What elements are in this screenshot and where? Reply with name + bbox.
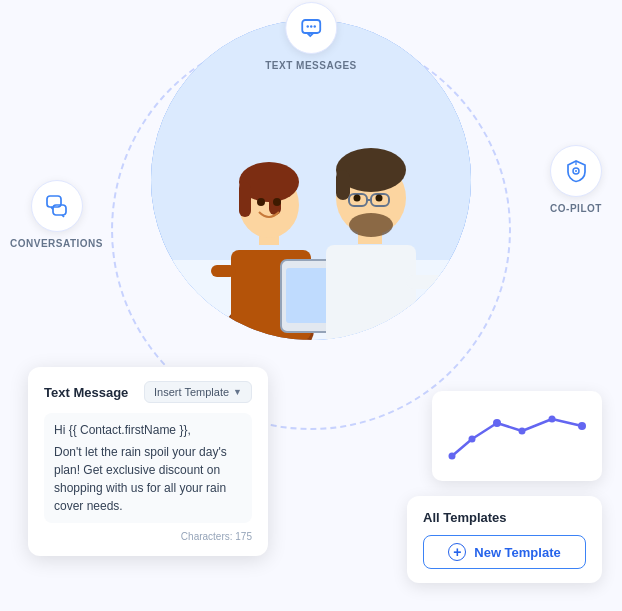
copilot-label: CO-PILOT — [550, 203, 602, 214]
conversations-label: CONVERSATIONS — [10, 238, 103, 249]
svg-rect-13 — [286, 268, 331, 323]
svg-rect-14 — [326, 245, 416, 340]
chat-bubble-icon — [299, 16, 323, 40]
copilot-bubble — [550, 145, 602, 197]
dropdown-arrow-icon: ▼ — [233, 387, 242, 397]
sms-body-line2: Don't let the rain spoil your day's plan… — [54, 443, 242, 515]
svg-rect-7 — [239, 182, 251, 217]
text-messages-label: TEXT MESSAGES — [265, 60, 357, 71]
templates-card: All Templates + New Template — [407, 496, 602, 583]
sms-body-line1: Hi {{ Contact.firstName }}, — [54, 421, 242, 439]
new-template-button[interactable]: + New Template — [423, 535, 586, 569]
svg-point-9 — [257, 198, 265, 206]
sms-card-title: Text Message — [44, 385, 128, 400]
scene: TEXT MESSAGES CONVERSATIONS CO-PILOT — [0, 0, 622, 611]
svg-point-39 — [519, 428, 526, 435]
sms-card-header: Text Message Insert Template ▼ — [44, 381, 252, 403]
svg-point-41 — [578, 422, 586, 430]
svg-point-28 — [306, 25, 308, 27]
node-conversations: CONVERSATIONS — [10, 180, 103, 249]
svg-point-10 — [273, 198, 281, 206]
new-template-label: New Template — [474, 545, 560, 560]
svg-point-40 — [549, 416, 556, 423]
sms-card: Text Message Insert Template ▼ Hi {{ Con… — [28, 367, 268, 556]
node-copilot: CO-PILOT — [550, 145, 602, 214]
svg-point-23 — [354, 195, 361, 202]
chart-svg — [442, 401, 592, 471]
svg-point-38 — [493, 419, 501, 427]
text-messages-bubble — [285, 2, 337, 54]
sms-card-footer: Characters: 175 — [44, 531, 252, 542]
svg-point-37 — [469, 436, 476, 443]
plus-circle-icon: + — [448, 543, 466, 561]
chart-card — [432, 391, 602, 481]
svg-point-29 — [310, 25, 312, 27]
svg-point-19 — [349, 213, 393, 237]
svg-point-24 — [376, 195, 383, 202]
shield-badge-icon — [563, 158, 589, 184]
svg-rect-18 — [336, 170, 350, 200]
insert-template-label: Insert Template — [154, 386, 229, 398]
svg-point-34 — [575, 170, 577, 172]
insert-template-button[interactable]: Insert Template ▼ — [144, 381, 252, 403]
chat-multi-icon — [44, 193, 70, 219]
sms-card-body: Hi {{ Contact.firstName }}, Don't let th… — [44, 413, 252, 523]
svg-point-30 — [313, 25, 315, 27]
node-text-messages: TEXT MESSAGES — [265, 2, 357, 71]
conversations-bubble — [31, 180, 83, 232]
svg-rect-25 — [406, 275, 456, 289]
svg-rect-11 — [211, 265, 236, 277]
svg-point-36 — [449, 453, 456, 460]
templates-card-title: All Templates — [423, 510, 586, 525]
